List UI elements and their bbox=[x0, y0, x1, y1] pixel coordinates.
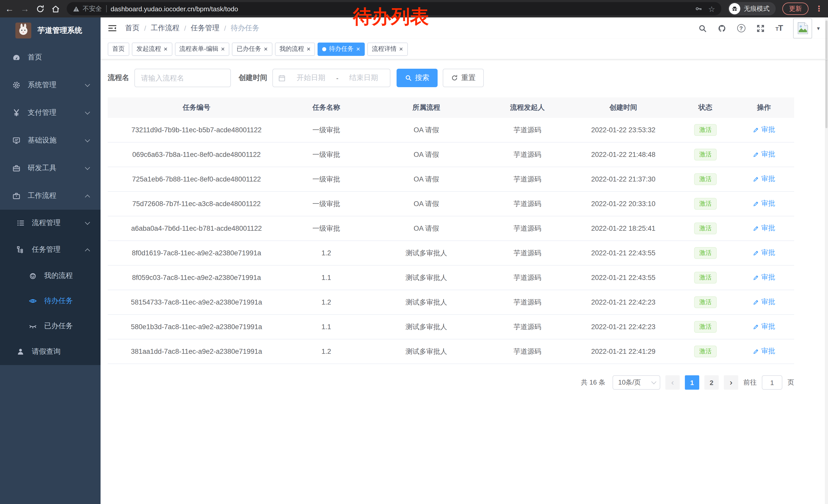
sidebar-item-todo-tasks[interactable]: 待办任务 bbox=[0, 288, 100, 313]
col-task-id: 任务编号 bbox=[108, 103, 285, 112]
approve-link[interactable]: 审批 bbox=[753, 150, 775, 159]
todo-task-table: 任务编号 任务名称 所属流程 流程发起人 创建时间 状态 操作 73211d9d… bbox=[108, 97, 794, 364]
approve-link[interactable]: 审批 bbox=[753, 297, 775, 307]
table-row: 069c6a63-7b8a-11ec-8ef0-acde48001122 一级审… bbox=[108, 142, 794, 167]
approve-link[interactable]: 审批 bbox=[753, 175, 775, 184]
approve-link[interactable]: 审批 bbox=[753, 125, 775, 135]
github-icon[interactable] bbox=[717, 24, 726, 33]
breadcrumb-task-management[interactable]: 任务管理 bbox=[191, 24, 219, 33]
search-button[interactable]: 搜索 bbox=[397, 69, 438, 87]
scrollbar-thumb[interactable] bbox=[825, 20, 827, 128]
sidebar-item-dev-tools[interactable]: 研发工具 bbox=[0, 154, 100, 182]
breadcrumb-current: 待办任务 bbox=[231, 24, 259, 33]
date-range-picker[interactable]: 开始日期 - 结束日期 bbox=[273, 69, 390, 87]
approve-link[interactable]: 审批 bbox=[753, 273, 775, 282]
key-icon[interactable] bbox=[695, 5, 702, 12]
sidebar-item-process-management[interactable]: 流程管理 bbox=[0, 210, 100, 236]
monitor-icon bbox=[12, 136, 20, 145]
tab-home[interactable]: 首页 bbox=[108, 42, 129, 56]
cell-task-id: 58154733-7ac8-11ec-a9e2-a2380e71991a bbox=[108, 299, 285, 306]
sidebar-item-workflow[interactable]: 工作流程 bbox=[0, 182, 100, 210]
approve-link[interactable]: 审批 bbox=[753, 248, 775, 258]
cell-task-name: 一级审批 bbox=[285, 224, 367, 233]
cell-starter: 芋道源码 bbox=[485, 175, 570, 184]
browser-back-icon[interactable]: ← bbox=[5, 4, 14, 13]
next-page-button[interactable]: › bbox=[724, 375, 738, 390]
url-text[interactable]: dashboard.yudao.iocoder.cn/bpm/task/todo bbox=[111, 5, 691, 12]
bookmark-star-icon[interactable]: ☆ bbox=[708, 5, 715, 12]
browser-home-icon[interactable] bbox=[51, 4, 60, 13]
approve-link[interactable]: 审批 bbox=[753, 224, 775, 233]
cell-status: 激活 bbox=[677, 296, 734, 308]
sidebar-item-system[interactable]: 系统管理 bbox=[0, 71, 100, 99]
page-button-2[interactable]: 2 bbox=[704, 375, 719, 390]
cell-status: 激活 bbox=[677, 173, 734, 185]
avatar[interactable] bbox=[793, 18, 812, 38]
cell-status: 激活 bbox=[677, 346, 734, 357]
close-icon[interactable]: × bbox=[164, 46, 167, 52]
tab-my-process[interactable]: 我的流程 × bbox=[275, 42, 315, 56]
pencil-icon bbox=[753, 225, 759, 232]
approve-link[interactable]: 审批 bbox=[753, 347, 775, 356]
prev-page-button[interactable]: ‹ bbox=[665, 375, 680, 390]
scrollbar[interactable] bbox=[825, 17, 828, 504]
breadcrumb-workflow[interactable]: 工作流程 bbox=[151, 24, 179, 33]
cell-task-name: 一级审批 bbox=[285, 199, 367, 209]
chrome-update-button[interactable]: 更新 bbox=[782, 3, 809, 15]
sidebar-item-my-process[interactable]: 我的流程 bbox=[0, 263, 100, 288]
approve-link[interactable]: 审批 bbox=[753, 199, 775, 209]
page-size-select[interactable]: 10条/页 bbox=[613, 375, 660, 390]
tab-process-detail[interactable]: 流程详情 × bbox=[367, 42, 408, 56]
status-badge: 激活 bbox=[694, 173, 717, 185]
chevron-up-icon bbox=[85, 248, 90, 254]
sidebar-item-infrastructure[interactable]: 基础设施 bbox=[0, 127, 100, 154]
tab-done-tasks[interactable]: 已办任务 × bbox=[232, 42, 272, 56]
cell-actions: 审批 bbox=[734, 347, 794, 356]
col-process: 所属流程 bbox=[367, 103, 485, 112]
not-secure-warning[interactable]: 不安全 bbox=[73, 4, 102, 13]
sidebar-collapse-icon[interactable] bbox=[108, 24, 117, 33]
sidebar-logo-row[interactable]: 芋道管理系统 bbox=[0, 17, 100, 44]
sidebar-item-payment[interactable]: 支付管理 bbox=[0, 99, 100, 127]
cell-process: OA 请假 bbox=[367, 224, 485, 233]
process-name-input[interactable] bbox=[134, 69, 231, 87]
breadcrumb-home[interactable]: 首页 bbox=[125, 24, 139, 33]
goto-page-input[interactable] bbox=[762, 375, 782, 390]
sidebar-item-task-management[interactable]: 任务管理 bbox=[0, 236, 100, 263]
cell-process: 测试多审批人 bbox=[367, 273, 485, 282]
cell-task-id: 8f0d1619-7ac8-11ec-a9e2-a2380e71991a bbox=[108, 249, 285, 257]
cell-task-name: 1.2 bbox=[285, 299, 367, 306]
total-count: 共 16 条 bbox=[581, 378, 605, 387]
browser-toolbar: ← → 不安全 dashboard.yudao.iocoder.cn/bpm/t… bbox=[0, 0, 828, 17]
tab-start-process[interactable]: 发起流程 × bbox=[132, 42, 172, 56]
tab-process-form-edit[interactable]: 流程表单-编辑 × bbox=[175, 42, 229, 56]
pagination: 共 16 条 10条/页 ‹ 1 2 › 前往 页 bbox=[108, 375, 794, 390]
pencil-icon bbox=[753, 274, 759, 281]
chevron-up-icon bbox=[85, 194, 90, 200]
help-icon[interactable]: ? bbox=[737, 24, 745, 32]
cell-actions: 审批 bbox=[734, 175, 794, 184]
cell-task-id: a6aba0a4-7b6d-11ec-b781-acde48001122 bbox=[108, 225, 285, 232]
status-badge: 激活 bbox=[694, 296, 717, 308]
page-button-1[interactable]: 1 bbox=[685, 375, 699, 390]
table-row: a6aba0a4-7b6d-11ec-b781-acde48001122 一级审… bbox=[108, 216, 794, 241]
close-icon[interactable]: × bbox=[356, 46, 360, 52]
browser-menu-icon[interactable]: ⋮ bbox=[815, 4, 823, 13]
sidebar-item-leave-query[interactable]: 请假查询 bbox=[0, 338, 100, 365]
sidebar-item-home[interactable]: 首页 bbox=[0, 44, 100, 71]
avatar-caret-icon[interactable]: ▾ bbox=[817, 25, 820, 32]
browser-forward-icon[interactable]: → bbox=[20, 4, 29, 13]
reset-button[interactable]: 重置 bbox=[443, 69, 484, 87]
close-icon[interactable]: × bbox=[307, 46, 310, 52]
fullscreen-icon[interactable] bbox=[756, 24, 764, 33]
browser-reload-icon[interactable] bbox=[36, 4, 45, 13]
tab-todo-tasks[interactable]: 待办任务 × bbox=[318, 42, 365, 56]
close-icon[interactable]: × bbox=[221, 46, 225, 52]
font-size-icon[interactable]: TT bbox=[776, 24, 783, 33]
close-icon[interactable]: × bbox=[399, 46, 403, 52]
close-icon[interactable]: × bbox=[264, 46, 267, 52]
sidebar-item-done-tasks[interactable]: 已办任务 bbox=[0, 313, 100, 338]
approve-link[interactable]: 审批 bbox=[753, 322, 775, 331]
address-bar[interactable]: 不安全 dashboard.yudao.iocoder.cn/bpm/task/… bbox=[67, 2, 721, 15]
search-icon[interactable] bbox=[698, 24, 707, 33]
